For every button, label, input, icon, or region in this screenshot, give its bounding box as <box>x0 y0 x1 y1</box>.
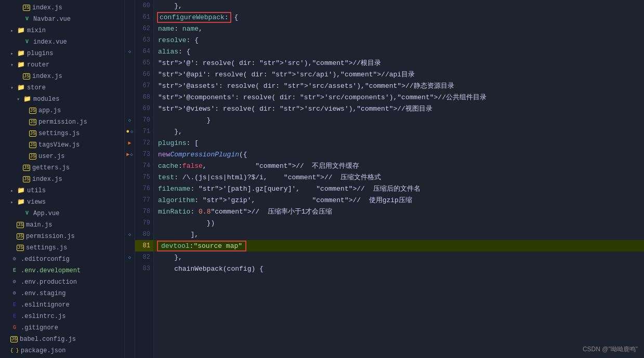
sidebar-item-tagsview-js[interactable]: JStagsView.js <box>0 139 124 151</box>
sidebar-item-utils[interactable]: 📁utils <box>0 185 124 196</box>
gutter-cell-77 <box>125 194 135 206</box>
code-line-71: }, <box>154 126 644 137</box>
code-line-77: algorithm: "str">'gzip', "comment">// 使用… <box>154 194 644 206</box>
line-num-69: 69 <box>135 103 153 114</box>
sidebar-label-store: store <box>27 84 124 91</box>
sidebar-item-settings-js[interactable]: JSsettings.js <box>0 128 124 139</box>
code-line-67: "str">'@assets': resolve( dir: "str">'sr… <box>154 80 644 91</box>
sidebar-item-router[interactable]: 📁router <box>0 59 124 71</box>
sidebar-label-gitignore: .gitignore <box>21 324 124 332</box>
sidebar-item-router-index[interactable]: JSindex.js <box>0 71 124 82</box>
sidebar-item-pkg-json[interactable]: { }package.json <box>0 345 124 356</box>
sidebar-label-pkg-json: package.json <box>21 347 124 354</box>
gutter-cell-72: ▶ <box>125 137 135 149</box>
code-line-64: alias: { <box>154 46 644 57</box>
sidebar-item-views[interactable]: 📁views <box>0 196 124 208</box>
sidebar-label-env-prod: .env.production <box>21 279 124 286</box>
sidebar-label-user-js: user.js <box>38 153 124 160</box>
sidebar-label-babel: babel.config.js <box>20 336 124 343</box>
line-num-74: 74 <box>135 160 153 171</box>
sidebar-item-mixin[interactable]: 📁mixin <box>0 25 124 36</box>
sidebar-item-app-vue[interactable]: VApp.vue <box>0 208 124 219</box>
line-num-60: 60 <box>135 0 153 11</box>
sidebar-label-tagsview-js: tagsView.js <box>38 141 124 149</box>
sidebar-label-app-js: app.js <box>38 107 124 114</box>
line-num-66: 66 <box>135 69 153 80</box>
sidebar-item-getters-js[interactable]: JSgetters.js <box>0 162 124 174</box>
line-numbers: 6061626364656667686970717273747576777879… <box>135 0 154 358</box>
sidebar-item-env-prod[interactable]: ⚙.env.production <box>0 276 124 288</box>
sidebar-item-permission-js2[interactable]: JSpermission.js <box>0 231 124 242</box>
code-line-83: chainWebpack(config) { <box>154 263 644 274</box>
sidebar-label-index-js-top: index.js <box>32 4 124 11</box>
sidebar-item-env-staging[interactable]: ⚙.env.staging <box>0 288 124 299</box>
line-num-80: 80 <box>135 229 153 240</box>
sidebar-item-store[interactable]: 📁store <box>0 82 124 94</box>
sidebar-label-modules: modules <box>33 96 124 103</box>
sidebar-item-user-js[interactable]: JSuser.js <box>0 151 124 162</box>
sidebar-label-getters-js: getters.js <box>32 164 124 171</box>
line-num-68: 68 <box>135 91 153 103</box>
line-num-63: 63 <box>135 34 153 46</box>
code-line-72: plugins: [ <box>154 137 644 149</box>
gutter-cell-73: ▶◇ <box>125 149 135 160</box>
sidebar-item-settings-js2[interactable]: JSsettings.js <box>0 242 124 254</box>
sidebar-item-editorconfig[interactable]: ⚙.editorconfig <box>0 254 124 265</box>
gutter-cell-65 <box>125 57 135 69</box>
code-line-66: "str">'@api': resolve( dir: "str">'src/a… <box>154 69 644 80</box>
sidebar-item-gitignore[interactable]: G.gitignore <box>0 322 124 334</box>
code-line-75: test: /\.(js|css|html)?$/i, "comment">//… <box>154 171 644 183</box>
line-num-61: 61 <box>135 11 153 23</box>
gutter-cell-64: ◇ <box>125 46 135 57</box>
gutter-cell-79 <box>125 217 135 229</box>
sidebar-label-plugins: plugins <box>27 50 124 57</box>
code-line-82: }, <box>154 251 644 263</box>
gutter-cell-67 <box>125 80 135 91</box>
sidebar-item-env-dev[interactable]: E.env.development <box>0 265 124 276</box>
code-line-79: }) <box>154 217 644 229</box>
sidebar-item-main-js[interactable]: JSmain.js <box>0 219 124 231</box>
gutter-cell-76 <box>125 183 135 194</box>
line-num-79: 79 <box>135 217 153 229</box>
gutter-cell-69 <box>125 103 135 114</box>
line-num-76: 76 <box>135 183 153 194</box>
sidebar-item-babel[interactable]: JSbabel.config.js <box>0 334 124 345</box>
sidebar-item-eslintrc[interactable]: E.eslintrc.js <box>0 311 124 322</box>
sidebar-item-store-index[interactable]: JSindex.js <box>0 174 124 185</box>
sidebar-label-permission-js: permission.js <box>38 118 124 126</box>
sidebar-item-app-js[interactable]: JSapp.js <box>0 105 124 116</box>
gutter-cell-74 <box>125 160 135 171</box>
gutter-cell-63 <box>125 34 135 46</box>
sidebar-label-eslintignore: .eslintignore <box>21 301 124 309</box>
sidebar-item-permission-js[interactable]: JSpermission.js <box>0 116 124 128</box>
sidebar-label-settings-js2: settings.js <box>26 244 124 251</box>
sidebar-label-settings-js: settings.js <box>38 130 124 137</box>
line-num-78: 78 <box>135 206 153 217</box>
sidebar-label-router-index: index.js <box>32 73 124 80</box>
gutter-cell-70: ◇ <box>125 114 135 126</box>
gutter-cell-75 <box>125 171 135 183</box>
line-num-72: 72 <box>135 137 153 149</box>
sidebar-item-plugins[interactable]: 📁plugins <box>0 48 124 59</box>
gutter-cell-61 <box>125 11 135 23</box>
code-gutter-icons: ◇◇●◇▶▶◇◇◇ <box>125 0 135 358</box>
line-num-82: 82 <box>135 251 153 263</box>
sidebar-item-eslintignore[interactable]: E.eslintignore <box>0 299 124 311</box>
watermark: CSDN @"呦呦鹿鸣" <box>583 345 638 354</box>
code-line-76: filename: "str">'[path].gz[query]', "com… <box>154 183 644 194</box>
code-line-63: resolve: { <box>154 34 644 46</box>
line-num-75: 75 <box>135 171 153 183</box>
sidebar-label-mixin: mixin <box>27 27 124 34</box>
sidebar-item-index-vue-mixin[interactable]: Vindex.vue <box>0 36 124 48</box>
sidebar-label-store-index: index.js <box>32 176 124 183</box>
sidebar-item-index-js-top[interactable]: JSindex.js <box>0 2 124 14</box>
code-line-69: "str">'@views': resolve( dir: "str">'src… <box>154 103 644 114</box>
line-num-62: 62 <box>135 23 153 34</box>
code-body: }, configureWebpack: { name: name, resol… <box>154 0 644 358</box>
sidebar-item-navbar-vue[interactable]: VNavbar.vue <box>0 14 124 25</box>
sidebar-item-modules[interactable]: 📁modules <box>0 94 124 105</box>
gutter-cell-66 <box>125 69 135 80</box>
file-tree[interactable]: JSindex.jsVNavbar.vue📁mixinVindex.vue📁pl… <box>0 0 125 358</box>
sidebar-label-editorconfig: .editorconfig <box>21 256 124 263</box>
code-line-80: ], <box>154 229 644 240</box>
